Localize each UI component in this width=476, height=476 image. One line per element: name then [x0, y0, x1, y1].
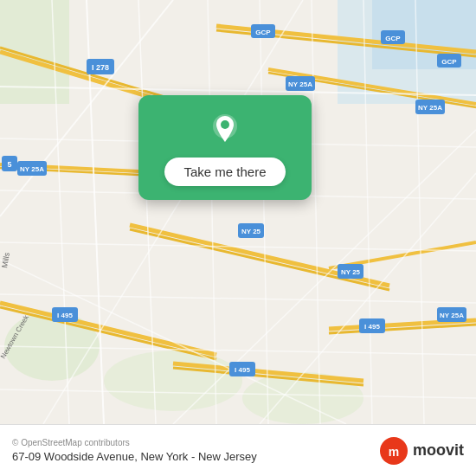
svg-text:NY 25A: NY 25A [288, 80, 312, 88]
card-overlay: Take me there [138, 95, 312, 200]
svg-text:I 495: I 495 [235, 366, 250, 374]
moovit-icon: m [380, 437, 408, 465]
svg-text:I 278: I 278 [92, 63, 109, 72]
moovit-logo: m moovit [380, 437, 464, 465]
svg-text:NY 25: NY 25 [241, 228, 261, 235]
footer-left: © OpenStreetMap contributors 67-09 Woods… [12, 438, 257, 463]
svg-text:I 495: I 495 [57, 312, 73, 319]
svg-text:NY 25A: NY 25A [418, 104, 442, 112]
svg-text:NY 25A: NY 25A [440, 312, 464, 319]
svg-text:m: m [389, 445, 399, 459]
take-me-there-button[interactable]: Take me there [164, 158, 285, 186]
osm-credit: © OpenStreetMap contributors [12, 438, 257, 447]
svg-text:NY 25: NY 25 [341, 268, 361, 276]
footer: © OpenStreetMap contributors 67-09 Woods… [0, 424, 476, 476]
svg-point-75 [221, 120, 229, 129]
svg-text:GCP: GCP [255, 29, 271, 36]
svg-text:I 495: I 495 [364, 323, 380, 331]
location-pin-icon [206, 111, 244, 149]
moovit-brand-text: moovit [413, 441, 464, 460]
map-container: I 278 GCP GCP NY 25A NY 25A NY 25A 5 GCP… [0, 0, 476, 424]
svg-text:NY 25A: NY 25A [20, 165, 44, 173]
svg-point-5 [104, 351, 242, 411]
svg-text:5: 5 [7, 160, 11, 169]
svg-text:GCP: GCP [385, 35, 401, 42]
address-text: 67-09 Woodside Avenue, New York - New Je… [12, 450, 257, 463]
svg-text:GCP: GCP [441, 58, 457, 66]
